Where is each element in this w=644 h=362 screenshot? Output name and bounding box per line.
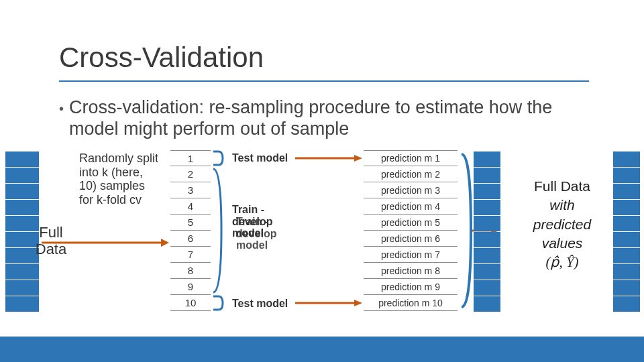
list-item: prediction m 2 xyxy=(364,166,458,182)
list-item: 2 xyxy=(170,166,211,182)
title-underline xyxy=(59,80,589,82)
test-label-bottom: Test model xyxy=(232,298,288,310)
fold-number-list: 1 2 3 4 5 6 7 8 9 10 xyxy=(170,150,211,311)
slide-title: Cross-Validation xyxy=(59,42,264,74)
data-tile xyxy=(613,296,640,312)
list-item: prediction m 8 xyxy=(364,263,458,279)
list-item: 1 xyxy=(170,150,211,166)
data-tile xyxy=(5,152,39,167)
data-tile xyxy=(474,216,500,231)
list-item: 3 xyxy=(170,182,211,198)
result-line4: values xyxy=(502,234,623,253)
list-item: 5 xyxy=(170,215,211,231)
arrow-right-icon xyxy=(42,237,169,248)
data-tile xyxy=(5,264,39,280)
result-math: (p̂, Ŷ) xyxy=(502,253,623,272)
data-tile xyxy=(5,280,39,296)
data-tile xyxy=(5,296,39,312)
list-item: prediction m 1 xyxy=(364,150,458,166)
list-item: 7 xyxy=(170,247,211,263)
bullet-text: Cross-validation: re-sampling procedure … xyxy=(69,97,589,140)
data-tile xyxy=(474,248,500,263)
data-tile xyxy=(474,280,500,296)
result-caption: Full Data with predicted values (p̂, Ŷ) xyxy=(502,177,623,272)
list-item: prediction m 7 xyxy=(364,247,458,263)
result-line3: predicted xyxy=(502,215,623,234)
cv-diagram: Full Data Randomly split into k (here, 1… xyxy=(0,150,644,345)
data-tile xyxy=(5,200,39,215)
svg-marker-1 xyxy=(161,239,169,247)
data-tile xyxy=(474,184,500,199)
list-item: 9 xyxy=(170,279,211,295)
data-tile xyxy=(474,200,500,215)
arrow-icon xyxy=(295,299,362,307)
list-item: prediction m 4 xyxy=(364,198,458,215)
test-label-top: Test model xyxy=(232,152,288,164)
arrow-icon xyxy=(295,154,362,162)
result-line2: with xyxy=(502,196,623,215)
train-label-b: Train - develop model xyxy=(236,216,297,251)
data-tile xyxy=(474,232,500,247)
data-tile xyxy=(5,184,39,199)
random-split-caption: Randomly split into k (here, 10) samples… xyxy=(79,152,160,207)
data-tile xyxy=(613,280,640,296)
bracket-middle-icon xyxy=(212,166,225,295)
data-tile xyxy=(5,168,39,183)
bracket-top-icon xyxy=(212,150,225,166)
full-data-tiles-right-a xyxy=(474,152,500,312)
data-tile xyxy=(474,168,500,183)
svg-marker-3 xyxy=(354,155,362,162)
list-item: prediction m 3 xyxy=(364,182,458,198)
data-tile xyxy=(474,296,500,312)
bullet-dot-icon: • xyxy=(59,97,64,117)
body-text: • Cross-validation: re-sampling procedur… xyxy=(59,97,589,140)
data-tile xyxy=(474,264,500,280)
list-item: 10 xyxy=(170,295,211,311)
list-item: prediction m 9 xyxy=(364,279,458,295)
list-item: 4 xyxy=(170,198,211,215)
data-tile xyxy=(474,152,500,167)
list-item: prediction m 5 xyxy=(364,215,458,231)
list-item: 8 xyxy=(170,263,211,279)
slide: Cross-Validation • Cross-validation: re-… xyxy=(0,0,644,362)
list-item: prediction m 10 xyxy=(364,295,458,311)
data-tile xyxy=(613,152,640,167)
list-item: 6 xyxy=(170,231,211,247)
result-line1: Full Data xyxy=(502,177,623,196)
svg-marker-5 xyxy=(354,300,362,306)
footer-bar xyxy=(0,337,644,362)
prediction-list: prediction m 1 prediction m 2 prediction… xyxy=(364,150,458,311)
bracket-bottom-icon xyxy=(212,295,225,311)
list-item: prediction m 6 xyxy=(364,231,458,247)
bullet-item: • Cross-validation: re-sampling procedur… xyxy=(59,97,589,140)
